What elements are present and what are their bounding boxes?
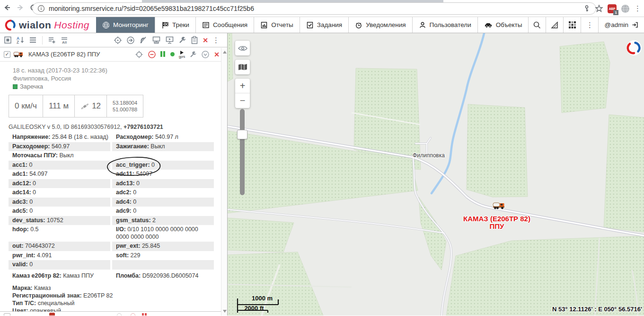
param-cell: acc1: 0 [9, 161, 110, 170]
next-unit-row-partial[interactable] [0, 311, 221, 316]
svg-text:All: All [62, 40, 67, 45]
settings-wrench-icon[interactable] [178, 36, 186, 44]
show-all-icon[interactable]: All [61, 36, 70, 44]
unit-settings-icon[interactable] [189, 51, 197, 58]
altitude-cell: 111 м [43, 95, 75, 117]
browser-bar: monitoring.smrservice.ru/?sid=02065e5983… [0, 0, 644, 17]
param-row: adc3: 0adc4: 0 [9, 198, 214, 207]
param-cell: acc_trigger: 0 [112, 161, 214, 170]
visibility-button[interactable] [235, 41, 250, 55]
sort-az-icon[interactable]: AZ [16, 36, 25, 44]
browser-menu-icon[interactable]: ⋮ [634, 7, 641, 10]
param-cell: valid: 0 [9, 260, 110, 270]
add-to-list-icon[interactable] [48, 36, 56, 44]
follow-units-icon[interactable] [126, 36, 135, 45]
tab-messages[interactable]: Сообщения [195, 17, 254, 33]
profile-globe-icon[interactable] [621, 4, 630, 13]
header-menu-button[interactable]: ⋮ [581, 17, 598, 33]
scroll-up-icon[interactable] [223, 51, 227, 54]
wialon-logo: wialonHosting [0, 17, 96, 33]
param-cell: adc14: 0 [9, 188, 110, 198]
tab-units[interactable]: Объекты [477, 17, 529, 33]
tab-users[interactable]: Пользователи [412, 17, 477, 33]
bookmark-star-icon[interactable] [595, 4, 603, 13]
param-row: Камаз е206тр 82: Камаз ППУПломба: D59209… [9, 271, 214, 281]
satellites-cell: 12 [75, 95, 107, 117]
locate-all-icon[interactable] [114, 36, 122, 45]
param-row: Моточасы ППУ: Выкл [9, 151, 214, 161]
monitor-media-icon[interactable] [165, 36, 174, 45]
gprs-icon: gprs [179, 51, 185, 58]
zoom-control: + − [235, 79, 250, 108]
geofence-name[interactable]: Заречка [20, 82, 43, 90]
apps-button[interactable] [563, 17, 581, 33]
url-text[interactable]: monitoring.smrservice.ru/?sid=02065e5983… [49, 5, 254, 12]
user-menu[interactable]: @admin [598, 17, 644, 33]
unit-remove-icon[interactable]: ✕ [214, 51, 220, 58]
unit-name[interactable]: КАМАЗ (Е206ТР 82) ППУ [28, 51, 100, 58]
unit-info-block: 18 с. назад (2017-03-23 10:22:36) Филипп… [0, 62, 227, 92]
param-cell: adc12: 0 [9, 179, 110, 189]
no-connection-icon[interactable] [139, 36, 148, 45]
url-bar[interactable]: monitoring.smrservice.ru/?sid=02065e5983… [32, 2, 596, 15]
tab-reports[interactable]: Отчеты [254, 17, 300, 33]
sidebar-scrollbar[interactable] [221, 48, 227, 316]
unit-row[interactable]: ✓ КАМАЗ (Е206ТР 82) ППУ gprs ✕ [0, 47, 227, 62]
unit-map-marker[interactable] [493, 201, 506, 210]
unit-checkbox[interactable]: ✓ [4, 51, 10, 58]
zoom-slider-track[interactable] [240, 109, 245, 195]
unit-locate-icon[interactable] [135, 50, 143, 59]
zoom-slider-handle[interactable] [237, 130, 247, 139]
map[interactable]: + − Филипповка КАМАЗ (Е206ТР 82) ППУ 100… [227, 33, 644, 316]
zoom-in-button[interactable]: + [235, 79, 250, 93]
param-cell: Моточасы ППУ: Выкл [9, 151, 110, 161]
tab-monitoring[interactable]: Мониторинг [96, 17, 155, 33]
param-cell: pwr_ext: 25.845 [112, 242, 214, 251]
ruler-icon [550, 21, 559, 29]
tools-button[interactable] [546, 17, 563, 33]
logo-word-wialon: wialon [19, 19, 51, 31]
monitor-network-icon[interactable] [152, 36, 161, 45]
toolbar-more-icon[interactable]: ⋮ [212, 38, 220, 42]
map-layers-icon [238, 63, 247, 71]
adblock-icon[interactable]: ABP 1 [608, 4, 617, 13]
param-cell: adc11: 54097 [112, 170, 214, 179]
list-view-icon[interactable] [29, 36, 37, 44]
logo-word-hosting: Hosting [54, 19, 89, 31]
param-row: dev_status: 10752gsm_status: 2 [9, 216, 214, 226]
data-state-icon [160, 50, 166, 59]
param-cell: Расходомер: 540.97 л [112, 133, 214, 142]
param-cell: gsm_status: 2 [112, 216, 214, 226]
unit-stats-table: 0 км/ч 111 м 12 53.18800451.000788 [9, 95, 143, 117]
scale-imperial-label: 2000 ft [240, 305, 268, 312]
scroll-down-icon[interactable] [223, 310, 227, 313]
task-icon [306, 21, 314, 29]
tab-notifications[interactable]: Уведомления [348, 17, 412, 33]
tab-tracks[interactable]: Треки [155, 17, 195, 33]
param-row: adc1: 54.097adc11: 54097 [9, 170, 214, 179]
vehicle-info-line: Регистрационный знак: E206TP 82 [12, 292, 227, 299]
latitude: 53.188004 [113, 99, 137, 106]
map-source-button[interactable] [235, 60, 250, 74]
info-icon[interactable] [37, 5, 45, 12]
forward-icon[interactable] [16, 3, 25, 12]
geofence-color-icon [13, 84, 18, 89]
logout-icon [631, 21, 638, 28]
zoom-out-button[interactable]: − [235, 93, 250, 108]
tab-jobs[interactable]: Задания [300, 17, 348, 33]
map-scale: 1000 m 2000 ft [236, 295, 283, 314]
back-icon[interactable] [3, 3, 11, 12]
search-button[interactable] [528, 17, 546, 33]
header-kebab-icon: ⋮ [586, 23, 593, 27]
unit-actions-icon[interactable] [201, 50, 210, 59]
param-cell: Камаз е206тр 82: Камаз ППУ [9, 271, 110, 281]
remove-all-icon[interactable]: ✕ [203, 37, 208, 44]
clipboard-icon[interactable] [191, 36, 198, 45]
param-table: Напряжение: 25.84 В (18 с. назад)Расходо… [9, 133, 214, 280]
key-icon[interactable] [583, 5, 591, 12]
sidebar-toolbar: AZ All ✕ ⋮ [0, 33, 227, 47]
param-cell: soft: 229 [112, 251, 214, 261]
param-row: adc14: 0adc2: 0 [9, 188, 214, 198]
select-all-icon[interactable] [4, 36, 12, 44]
param-cell: adc1: 54.097 [9, 170, 110, 179]
